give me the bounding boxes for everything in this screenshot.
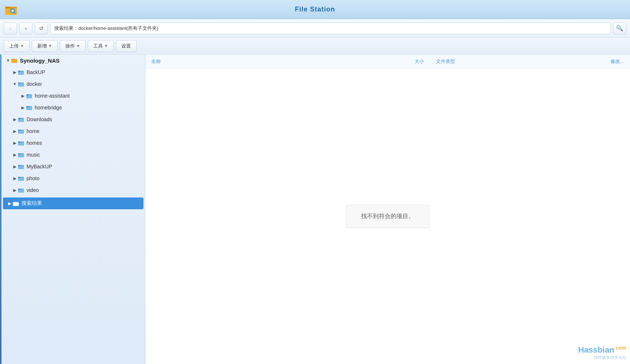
svg-rect-37 [18,178,24,181]
svg-rect-23 [18,118,21,119]
svg-rect-13 [18,83,24,87]
col-name-header[interactable]: 名称 [145,58,386,65]
sidebar-item-home-assistant[interactable]: home-assistant [1,90,145,102]
back-button[interactable]: ‹ [4,22,17,34]
col-size-header[interactable]: 大小 [386,58,430,65]
content-body: 找不到符合的项目。 [145,69,630,364]
app-logo [4,3,18,16]
empty-message: 找不到符合的项目。 [346,205,429,228]
sidebar-item-downloads[interactable]: Downloads [1,113,145,125]
ha-folder-icon [26,92,32,99]
sidebar-docker-label: docker [27,81,42,87]
svg-rect-29 [18,141,21,143]
svg-rect-32 [18,153,21,154]
svg-rect-16 [26,95,32,98]
home-chevron [12,128,18,134]
tools-dropdown-arrow: ▼ [104,44,108,48]
video-chevron [12,187,18,193]
sidebar-photo-label: photo [27,175,39,181]
sidebar-music-label: music [27,152,40,158]
svg-rect-17 [26,94,29,95]
sidebar-item-homebridge[interactable]: homebridge [1,102,145,113]
svg-rect-19 [26,107,32,110]
downloads-chevron [12,116,18,122]
upload-dropdown-arrow: ▼ [20,44,24,48]
svg-rect-22 [18,119,24,122]
svg-rect-20 [26,106,29,107]
watermark-subtitle: 群晖极客技术论坛 [578,355,626,360]
search-results-chevron [7,200,13,206]
mybackup-folder-icon [18,163,24,170]
col-modified-header[interactable]: 修改... [504,58,630,65]
settings-button[interactable]: 设置 [116,40,136,52]
mybackup-chevron [12,164,18,169]
new-dropdown-arrow: ▼ [48,44,52,48]
svg-rect-2 [5,7,10,8]
sidebar-item-docker[interactable]: docker [1,78,145,90]
sidebar-ha-label: home-assistant [35,93,70,99]
action-bar: 上传 ▼ 新增 ▼ 操作 ▼ 工具 ▼ 设置 [0,38,630,55]
sidebar-item-home[interactable]: home [1,125,145,137]
homes-chevron [12,140,18,146]
table-header: 名称 大小 文件类型 修改... [145,55,630,69]
new-button[interactable]: 新增 ▼ [32,40,58,52]
sidebar-item-music[interactable]: music [1,149,145,161]
sidebar-item-video[interactable]: video [1,184,145,196]
svg-rect-44 [13,202,15,203]
address-bar[interactable] [50,22,611,34]
sidebar: Synology_NAS BackUP docker [1,55,145,364]
toolbar: ‹ › ↺ 🔍 [0,19,630,38]
svg-rect-14 [18,83,21,84]
upload-button[interactable]: 上传 ▼ [4,40,30,52]
app-title: File Station [295,6,335,13]
homebridge-folder-icon [26,104,32,111]
svg-rect-11 [18,71,21,72]
root-chevron [5,57,11,63]
tools-button[interactable]: 工具 ▼ [88,40,114,52]
svg-rect-43 [13,203,19,206]
col-type-header[interactable]: 文件类型 [430,58,504,65]
sidebar-homes-label: homes [27,140,42,146]
sidebar-backup-label: BackUP [27,69,45,75]
refresh-button[interactable]: ↺ [35,22,48,34]
main-layout: Synology_NAS BackUP docker [0,55,630,364]
docker-chevron [12,81,18,87]
app-icon [4,3,18,16]
watermark-brand: Hassbian.com [578,345,626,355]
operate-button[interactable]: 操作 ▼ [60,40,86,52]
sidebar-item-search-results[interactable]: 搜索结果 [3,197,143,209]
root-folder-icon [11,57,18,64]
forward-button[interactable]: › [19,22,32,34]
photo-folder-icon [18,175,24,182]
search-button[interactable]: 🔍 [613,22,626,34]
content-area: 名称 大小 文件类型 修改... 找不到符合的项目。 [145,55,630,364]
svg-rect-10 [18,71,24,75]
ha-chevron [20,93,26,99]
svg-rect-8 [11,59,14,60]
docker-folder-icon [18,81,24,87]
search-results-folder-icon [13,200,19,207]
homebridge-chevron [20,105,26,111]
search-icon: 🔍 [616,25,623,32]
sidebar-item-homes[interactable]: homes [1,137,145,149]
operate-dropdown-arrow: ▼ [76,44,80,48]
sidebar-item-mybackup[interactable]: MyBackUP [1,161,145,172]
sidebar-item-backup[interactable]: BackUP [1,66,145,78]
sidebar-homebridge-label: homebridge [35,105,62,111]
svg-rect-41 [18,189,21,190]
svg-rect-34 [18,166,24,169]
sidebar-item-root[interactable]: Synology_NAS [1,55,145,66]
svg-rect-40 [18,189,24,193]
video-folder-icon [18,187,24,193]
sidebar-root-label: Synology_NAS [20,57,60,64]
music-chevron [12,152,18,158]
svg-rect-25 [18,130,24,134]
sidebar-item-photo[interactable]: photo [1,172,145,184]
svg-rect-26 [18,130,21,131]
homes-folder-icon [18,140,24,146]
photo-chevron [12,175,18,181]
sidebar-search-results-label: 搜索结果 [21,200,42,207]
downloads-folder-icon [18,116,24,123]
svg-rect-7 [11,60,17,63]
sidebar-downloads-label: Downloads [27,116,52,122]
